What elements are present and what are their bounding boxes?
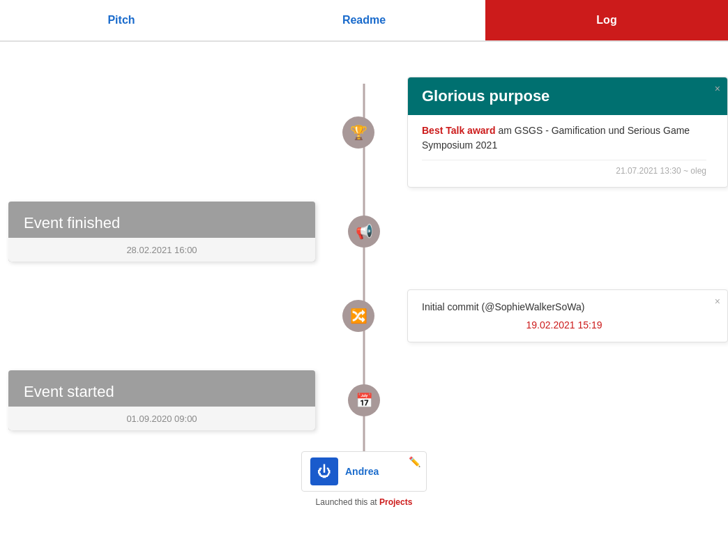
timeline-right-commit: × Initial commit (@SophieWalkerSoWa) 19.… (379, 289, 728, 342)
timeline: 🏆 Glorious purpose × Best Talk award am … (0, 42, 728, 535)
timeline-center-shuffle: 🔀 (338, 300, 379, 332)
launcher-name: Andrea (345, 466, 379, 477)
event-card-finished: Event finished 28.02.2021 16:00 (8, 202, 315, 262)
close-button[interactable]: × (715, 83, 720, 94)
timeline-row: 🔀 × Initial commit (@SophieWalkerSoWa) 1… (0, 289, 728, 342)
timeline-center-megaphone: 📢 (343, 215, 385, 248)
tab-readme[interactable]: Readme (243, 1, 485, 39)
commit-card: × Initial commit (@SophieWalkerSoWa) 19.… (407, 289, 728, 342)
close-button-commit[interactable]: × (715, 296, 720, 307)
event-title-finished: Event finished (24, 214, 300, 232)
shuffle-icon: 🔀 (342, 300, 374, 332)
timeline-left-event-started: Event started 01.09.2020 09:00 (0, 370, 343, 430)
timeline-left-event-finished: Event finished 28.02.2021 16:00 (0, 202, 343, 262)
event-title-started: Event started (24, 383, 300, 401)
info-card-title: Glorious purpose (408, 77, 727, 115)
tab-log[interactable]: Log (485, 0, 728, 40)
edit-icon[interactable]: ✏️ (409, 456, 420, 467)
launcher-projects-link[interactable]: Projects (379, 497, 412, 507)
event-date-finished: 28.02.2021 16:00 (126, 245, 197, 255)
calendar-icon: 📅 (348, 384, 380, 416)
event-date-bar-started: 01.09.2020 09:00 (8, 407, 315, 430)
info-card-glorious: Glorious purpose × Best Talk award am GS… (407, 77, 728, 188)
event-card-started: Event started 01.09.2020 09:00 (8, 370, 315, 430)
info-card-footer: 21.07.2021 13:30 ~ oleg (422, 160, 706, 176)
timeline-right-glorious: Glorious purpose × Best Talk award am GS… (379, 77, 728, 188)
timeline-row: Event started 01.09.2020 09:00 📅 (0, 370, 728, 430)
commit-date: 19.02.2021 15:19 (422, 319, 706, 331)
event-date-started: 01.09.2020 09:00 (126, 414, 197, 424)
launcher-card: ⏻ Andrea ✏️ (301, 451, 427, 492)
timeline-center-trophy: 🏆 (338, 116, 379, 149)
launcher-footer: Launched this at Projects (316, 497, 413, 507)
commit-body: Initial commit (@SophieWalkerSoWa) (422, 301, 706, 312)
megaphone-icon: 📢 (348, 215, 380, 248)
info-card-body: Best Talk award am GSGS - Gamification u… (422, 123, 706, 153)
timeline-center-calendar: 📅 (343, 384, 385, 416)
tab-pitch[interactable]: Pitch (0, 1, 243, 39)
launcher: ⏻ Andrea ✏️ Launched this at Projects (0, 451, 728, 507)
event-date-bar: 28.02.2021 16:00 (8, 238, 315, 262)
launcher-footer-prefix: Launched this at (316, 497, 377, 507)
timeline-row: 🏆 Glorious purpose × Best Talk award am … (0, 77, 728, 188)
highlight-text: Best Talk award (422, 125, 496, 136)
trophy-icon: 🏆 (342, 116, 374, 149)
power-icon: ⏻ (310, 457, 338, 485)
timeline-row: Event finished 28.02.2021 16:00 📢 (0, 202, 728, 262)
header: Pitch Readme Log (0, 0, 728, 42)
